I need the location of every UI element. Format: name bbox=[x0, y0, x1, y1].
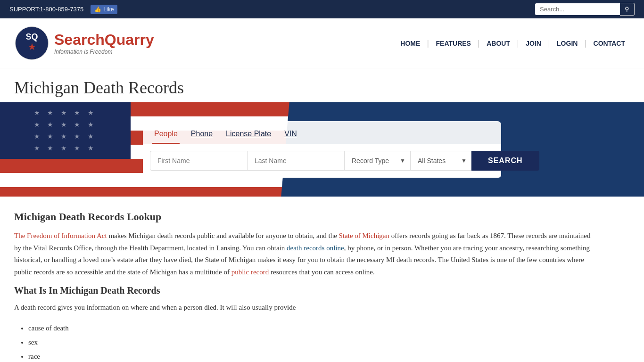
what-list: cause of death sex race place of birth a… bbox=[28, 321, 599, 362]
nav-home[interactable]: HOME bbox=[396, 40, 425, 47]
intro-paragraph: The Freedom of Information Act makes Mic… bbox=[14, 230, 599, 278]
public-record-link[interactable]: public record bbox=[231, 268, 269, 276]
header: SQ ★ SearchQuarry Information is Freedom… bbox=[0, 18, 644, 68]
logo-icon: SQ ★ bbox=[14, 25, 50, 61]
what-intro: A death record gives you information on … bbox=[14, 302, 599, 314]
record-type-select[interactable]: Record Type Death Birth Marriage Divorce… bbox=[344, 151, 410, 171]
tab-license-plate[interactable]: License Plate bbox=[224, 127, 273, 144]
state-select[interactable]: All States Michigan Alabama Alaska bbox=[410, 151, 471, 171]
lookup-heading: Michigan Death Records Lookup bbox=[14, 211, 599, 223]
top-search-bar[interactable]: ⚲ bbox=[535, 3, 635, 16]
logo[interactable]: SQ ★ SearchQuarry Information is Freedom bbox=[14, 25, 154, 61]
nav-contact[interactable]: CONTACT bbox=[589, 40, 630, 47]
logo-text: SearchQuarry Information is Freedom bbox=[54, 31, 154, 55]
top-search-input[interactable] bbox=[535, 3, 620, 15]
list-item: cause of death bbox=[28, 321, 599, 335]
state-wrapper: All States Michigan Alabama Alaska ▼ bbox=[410, 151, 471, 171]
list-item: race bbox=[28, 349, 599, 362]
nav-login[interactable]: LOGIN bbox=[552, 40, 582, 47]
state-of-michigan-link[interactable]: State of Michigan bbox=[339, 232, 389, 239]
nav-join[interactable]: JOIN bbox=[521, 40, 546, 47]
foia-link[interactable]: The Freedom of Information Act bbox=[14, 232, 107, 239]
what-heading: What Is In Michigan Death Records bbox=[14, 285, 599, 296]
tab-phone[interactable]: Phone bbox=[189, 127, 215, 144]
stars-grid: ★ ★ ★ ★ ★ ★ ★ ★ ★ ★ ★ ★ ★ ★ ★ ★ ★ ★ ★ ★ bbox=[34, 107, 97, 155]
svg-text:SQ: SQ bbox=[25, 32, 38, 41]
top-search-button[interactable]: ⚲ bbox=[620, 3, 635, 16]
search-icon: ⚲ bbox=[625, 6, 629, 13]
nav-features[interactable]: FEATURES bbox=[431, 40, 476, 47]
main-nav: HOME | FEATURES | ABOUT | JOIN | LOGIN |… bbox=[396, 39, 630, 48]
flag-stars: ★ ★ ★ ★ ★ ★ ★ ★ ★ ★ ★ ★ ★ ★ ★ ★ ★ ★ ★ ★ bbox=[0, 102, 131, 159]
nav-sep-2: | bbox=[478, 39, 479, 48]
top-bar-left: SUPPORT:1-800-859-7375 👍 Like bbox=[9, 5, 117, 14]
search-form: Record Type Death Birth Marriage Divorce… bbox=[143, 144, 501, 178]
tab-vin[interactable]: VIN bbox=[282, 127, 299, 144]
top-bar: SUPPORT:1-800-859-7375 👍 Like ⚲ bbox=[0, 0, 644, 18]
record-type-wrapper: Record Type Death Birth Marriage Divorce… bbox=[344, 151, 410, 171]
nav-about[interactable]: ABOUT bbox=[482, 40, 515, 47]
page-title: Michigan Death Records bbox=[14, 78, 630, 98]
search-tabs: People Phone License Plate VIN bbox=[143, 121, 501, 144]
last-name-input[interactable] bbox=[247, 151, 344, 171]
svg-text:★: ★ bbox=[28, 41, 36, 52]
tab-people[interactable]: People bbox=[152, 127, 180, 144]
content-area: Michigan Death Records Lookup The Freedo… bbox=[0, 197, 613, 362]
logo-tagline: Information is Freedom bbox=[54, 49, 154, 55]
nav-sep-1: | bbox=[427, 39, 429, 48]
thumb-icon: 👍 bbox=[94, 6, 101, 13]
fb-like-button[interactable]: 👍 Like bbox=[91, 5, 117, 14]
nav-sep-5: | bbox=[585, 39, 586, 48]
nav-sep-3: | bbox=[517, 39, 519, 48]
support-text: SUPPORT:1-800-859-7375 bbox=[9, 6, 83, 13]
hero-banner: ★ ★ ★ ★ ★ ★ ★ ★ ★ ★ ★ ★ ★ ★ ★ ★ ★ ★ ★ ★ … bbox=[0, 102, 644, 197]
logo-name: SearchQuarry bbox=[54, 31, 154, 49]
nav-sep-4: | bbox=[548, 39, 550, 48]
death-records-online-link[interactable]: death records online bbox=[287, 244, 344, 252]
search-button[interactable]: SEARCH bbox=[471, 151, 539, 171]
first-name-input[interactable] bbox=[150, 151, 247, 171]
search-widget: People Phone License Plate VIN Record Ty… bbox=[143, 121, 501, 178]
list-item: sex bbox=[28, 335, 599, 349]
page-title-section: Michigan Death Records bbox=[0, 68, 644, 102]
